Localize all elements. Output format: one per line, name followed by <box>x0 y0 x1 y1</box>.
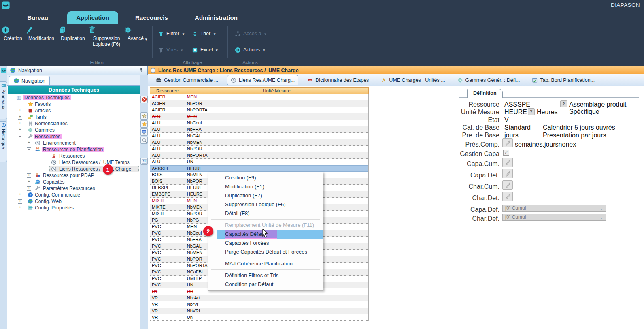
actions-button[interactable]: Actions▼ <box>235 45 266 54</box>
table-row-acier-nbpor[interactable]: ACIERNbPOR <box>150 100 368 107</box>
expand-toggle-icon[interactable]: + <box>18 128 22 132</box>
menu-item-maj-coh-rence-planification[interactable]: MAJ Cohérence Planification <box>208 259 323 268</box>
table-row-vr-nbrvr[interactable]: VRNbrVr <box>150 301 368 308</box>
ribbon-tab-bureau[interactable]: Bureau <box>22 11 53 24</box>
table-row-acier-men[interactable]: ACIERMEN <box>150 94 368 100</box>
collapse-toggle-icon[interactable]: − <box>18 135 22 139</box>
tree-item-ressources-de-planification[interactable]: −Ressources de Planification <box>8 146 140 153</box>
dropdown-char-def[interactable]: [0] Cumul⌄ <box>502 214 606 221</box>
table-row-vr-un[interactable]: VRUn <box>150 314 368 321</box>
menu-icon[interactable] <box>1 1 10 10</box>
menu-item-suppression-logique-f6[interactable]: Suppression Logique (F6) <box>208 200 323 209</box>
dock-tab-panneaux[interactable]: Panneaux <box>0 81 7 119</box>
tab-navigation[interactable]: Navigation <box>9 76 50 85</box>
menu-item-condition-par-d-faut[interactable]: Condition par Défaut <box>208 280 323 289</box>
table-row-acier-nbporta[interactable]: ACIERNbPORTA <box>150 107 368 113</box>
tree-item-donn-es-techniques[interactable]: Données Techniques <box>8 94 140 101</box>
dock-tab-historique[interactable]: Historique <box>0 121 7 162</box>
tree-item-liens-ressources-ume-charge[interactable]: Liens Ressources / UME Charge <box>8 166 140 172</box>
tree-item-articles[interactable]: +Articles <box>8 107 140 114</box>
duplication-button[interactable]: Duplication <box>58 26 87 41</box>
help-icon[interactable]: ? <box>560 100 567 107</box>
expand-toggle-icon[interactable]: + <box>18 115 22 120</box>
collapse-toggle-icon[interactable]: − <box>27 147 31 152</box>
avancé-button[interactable]: Avancé ▼ <box>124 26 151 42</box>
table-row-alu-nbpor[interactable]: ALUNbPOR <box>150 146 368 152</box>
tree-item-ressources[interactable]: −Ressources <box>8 133 140 140</box>
tree-item-gammes[interactable]: +Gammes <box>8 127 140 133</box>
expand-toggle-icon[interactable]: + <box>27 173 31 178</box>
ribbon-tab-application[interactable]: Application <box>67 11 118 24</box>
table-row-assspe-heure[interactable]: ASSSPEHEURE <box>150 165 368 172</box>
menu-item-purge-capacit-s-d-faut-et-forc-es[interactable]: Purge Capacités Défaut et Forcées <box>208 248 323 256</box>
tree-item-favoris[interactable]: Favoris <box>8 101 140 107</box>
computer-button[interactable] <box>140 128 148 136</box>
checkbox-gestion-capa[interactable]: ✓ <box>503 150 509 156</box>
badge-button[interactable] <box>140 112 148 120</box>
pin-icon[interactable] <box>138 67 144 73</box>
close-red-button[interactable] <box>140 96 148 103</box>
suppression-button[interactable]: Suppression Logique (F6) <box>88 26 125 47</box>
ribbon-tab-raccourcis[interactable]: Raccourcis <box>135 11 168 24</box>
table-row-alu-nbporta[interactable]: ALUNbPORTA <box>150 152 368 159</box>
tree-item-config-web[interactable]: +Config. Web <box>8 198 140 205</box>
tree-item-liens-ressources-ume-temps[interactable]: Liens Ressources / UME Temps <box>8 159 140 166</box>
expand-toggle-icon[interactable]: + <box>18 206 22 210</box>
document-tab-liens-res-ume-charg[interactable]: Liens Res./UME Charg... <box>227 75 298 85</box>
table-row-alu-nbmen[interactable]: ALUNbMEN <box>150 139 368 146</box>
expand-toggle-icon[interactable]: + <box>18 199 22 204</box>
star-button[interactable] <box>140 120 148 128</box>
hand-icon[interactable] <box>502 192 513 201</box>
hand-icon[interactable] <box>502 169 513 178</box>
table-row-alu-nbcoul[interactable]: ALUNbCoul <box>150 120 368 126</box>
expand-toggle-icon[interactable]: + <box>18 193 22 197</box>
expand-toggle-icon[interactable]: + <box>27 141 31 145</box>
menu-item-cr-ation-f9[interactable]: Création (F9) <box>208 173 323 182</box>
tree-item-ressources[interactable]: Ressources <box>8 153 140 159</box>
tab-definition[interactable]: Définition <box>467 89 503 98</box>
help-icon[interactable]: ? <box>528 108 535 115</box>
acc-s--button[interactable]: Accès à▼ <box>235 29 267 38</box>
hand-icon[interactable] <box>502 158 513 167</box>
hand-icon[interactable] <box>502 180 513 190</box>
table-row-alu-nbfra[interactable]: ALUNbFRA <box>150 126 368 133</box>
expand-toggle-icon[interactable]: + <box>18 122 22 126</box>
column-header-ressource[interactable]: Ressource <box>150 87 185 94</box>
table-row-alu-men[interactable]: ALUMEN <box>150 113 368 120</box>
document-tab-gammes-g-n-r-d-fi[interactable]: Gammes Génér. : Défi... <box>454 75 523 85</box>
expand-toggle-icon[interactable]: + <box>27 186 31 191</box>
search-button[interactable] <box>140 137 148 144</box>
menu-item-modification-f1[interactable]: Modification (F1) <box>208 182 323 191</box>
tree-item-nomenclatures[interactable]: +Nomenclatures <box>8 120 140 127</box>
expand-toggle-icon[interactable]: + <box>27 180 31 184</box>
tree-item-ressources-pour-pdap[interactable]: +Ressources pour PDAP <box>8 172 140 179</box>
table-row-vr-nbvri[interactable]: VRNbVRI <box>150 308 368 314</box>
menu-item-d-finition-filtres-et-tris[interactable]: Définition Filtres et Tris <box>208 271 323 280</box>
tree-item-environnement[interactable]: +Environnement <box>8 140 140 146</box>
modification-button[interactable]: Modification <box>25 26 57 41</box>
trier-button[interactable]: Trier▼ <box>192 29 216 38</box>
tree-item-config-propri-t-s[interactable]: +Config. Propriétés <box>8 205 140 211</box>
document-tab-tab-bord-planification[interactable]: Tab. Bord Planification... <box>529 75 598 85</box>
vues-button[interactable]: Vues▼ <box>158 45 183 54</box>
tree-item-config-commerciale[interactable]: +?Config. Commerciale <box>8 192 140 198</box>
tree-item-tarifs[interactable]: +Tarifs <box>8 114 140 120</box>
dropdown-capa-def[interactable]: [0] Cumul⌄ <box>502 205 606 212</box>
table-row-vr-nbrart[interactable]: VRNbrArt <box>150 295 368 301</box>
table-row-alu-un[interactable]: ALUUN <box>150 159 368 165</box>
expand-toggle-icon[interactable]: + <box>18 109 22 113</box>
filtrer-button[interactable]: Filtrer▼ <box>158 29 185 38</box>
ribbon-tab-administration[interactable]: Administration <box>193 11 240 24</box>
menu-icon[interactable] <box>0 67 7 74</box>
tree-item-param-tres-ressources[interactable]: +Paramètres Ressources <box>8 185 140 192</box>
calendar-21-button[interactable]: 21 <box>140 158 148 165</box>
document-tab-gestion-commerciale[interactable]: Gestion Commerciale ... <box>153 75 221 85</box>
table-row-alu-nbgal[interactable]: ALUNbGAL <box>150 133 368 139</box>
document-tab-ume-charges-unit-s[interactable]: UME Charges : Unités ... <box>378 75 448 85</box>
menu-item-duplication-f7[interactable]: Duplication (F7) <box>208 191 323 200</box>
menu-item-capacit-s-d-faut[interactable]: Capacités Défaut <box>217 230 323 239</box>
column-header-unit-mesure[interactable]: Unité Mesure <box>185 87 369 94</box>
création-button[interactable]: Création <box>2 26 24 41</box>
hand-icon[interactable] <box>502 138 513 147</box>
excel-button[interactable]: Excel▼ <box>192 45 219 54</box>
